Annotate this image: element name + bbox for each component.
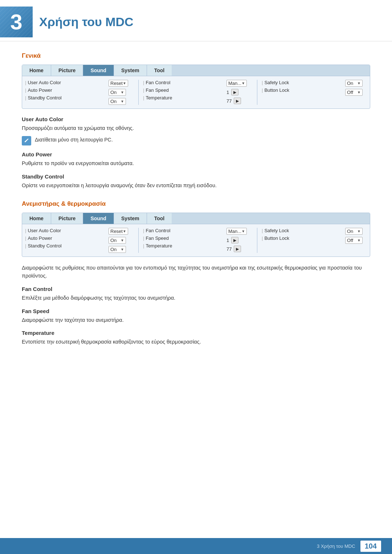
col-fan-controls-2: Man... ▼ 1 ▶ 77 ▶: [226, 228, 253, 253]
body-fan-speed: Διαμορφώστε την ταχύτητα του ανεμιστήρα.: [22, 316, 370, 324]
body-fan-control: Επιλέξτε μια μέθοδο διαμόρφωσης της ταχύ…: [22, 294, 370, 302]
button-lock-select-2[interactable]: Off ▼: [345, 237, 363, 244]
table-row: Fan Control: [143, 80, 224, 85]
label-safety-lock: Safety Lock: [262, 80, 289, 85]
note-icon: [22, 136, 31, 145]
safety-lock-select-2[interactable]: On ▼: [345, 228, 363, 235]
fan-control-select[interactable]: Man... ▼: [226, 80, 247, 87]
sub-heading-fan-control: Fan Control: [22, 286, 370, 292]
section-heading-fan-temp: Ανεμιστήρας & θερμοκρασία: [22, 200, 370, 208]
chevron-down-icon: ▼: [121, 99, 124, 103]
chevron-down-icon: ▼: [123, 81, 126, 85]
chevron-down-icon: ▼: [241, 229, 245, 233]
button-lock-select[interactable]: Off ▼: [345, 89, 363, 96]
table-row: Fan Speed: [143, 87, 224, 93]
col-lock-controls-2: On ▼ Off ▼: [345, 228, 367, 253]
col-divider-2: [257, 80, 257, 105]
table-row: User Auto Color: [25, 228, 106, 233]
table-row: Fan Control: [143, 228, 224, 233]
col-left-labels-2: User Auto Color Auto Power Standby Contr…: [25, 228, 106, 253]
table-row: User Auto Color: [25, 80, 106, 85]
col-fan-labels-2: Fan Control Fan Speed Temperature: [143, 228, 224, 253]
temperature-arrow-2[interactable]: ▶: [234, 246, 241, 252]
label-fan-control: Fan Control: [143, 80, 170, 85]
table-row: Button Lock: [262, 87, 342, 93]
auto-power-select-2[interactable]: On ▼: [109, 237, 126, 244]
label-fan-control-2: Fan Control: [143, 228, 170, 233]
table-row: Man... ▼: [226, 80, 253, 87]
standby-select[interactable]: On ▼: [109, 98, 126, 105]
tab-sound-2[interactable]: Sound: [83, 213, 114, 224]
tab-system-1[interactable]: System: [114, 65, 147, 76]
col-lock-controls: On ▼ Off ▼: [345, 80, 367, 105]
footer-chapter-label: 3 Χρήση του MDC: [317, 543, 355, 549]
table-row: Auto Power: [25, 87, 106, 93]
fan-speed-arrow-2[interactable]: ▶: [231, 237, 238, 243]
table-row: Safety Lock: [262, 228, 342, 233]
table-row: Standby Control: [25, 95, 106, 100]
table-body-fan-temp: User Auto Color Auto Power Standby Contr…: [22, 224, 370, 257]
section-heading-general: Γενικά: [22, 52, 370, 59]
tab-tool-1[interactable]: Tool: [147, 65, 172, 76]
label-fan-speed-2: Fan Speed: [143, 235, 169, 241]
chevron-down-icon: ▼: [357, 229, 361, 233]
auto-power-select[interactable]: On ▼: [109, 89, 126, 96]
sub-heading-standby-control: Standby Control: [22, 173, 370, 180]
table-row: Reset ▼: [109, 228, 134, 235]
reset-select[interactable]: Reset ▼: [109, 80, 128, 87]
label-standby-control-2: Standby Control: [25, 243, 62, 249]
label-fan-speed: Fan Speed: [143, 87, 169, 93]
table-row: Off ▼: [345, 89, 367, 96]
chevron-down-icon: ▼: [357, 81, 361, 85]
label-auto-power-2: Auto Power: [25, 235, 52, 241]
tab-picture-1[interactable]: Picture: [51, 65, 83, 76]
fan-speed-arrow[interactable]: ▶: [231, 89, 238, 95]
chapter-number-block: 3: [0, 7, 33, 37]
col-divider-3: [138, 228, 139, 253]
table-tabs-fan-temp: Home Picture Sound System Tool: [22, 213, 370, 224]
tab-system-2[interactable]: System: [114, 213, 147, 224]
table-row: Reset ▼: [109, 80, 134, 87]
table-row: 1 ▶: [226, 89, 253, 95]
table-row: On ▼: [345, 80, 367, 87]
label-safety-lock-2: Safety Lock: [262, 228, 289, 233]
table-tabs-general: Home Picture Sound System Tool: [22, 65, 370, 76]
fan-control-select-2[interactable]: Man... ▼: [226, 228, 247, 235]
page-header: 3 Χρήση του MDC: [0, 0, 392, 41]
body-auto-power: Ρυθμίστε το προϊόν να ενεργοποιείται αυτ…: [22, 160, 370, 168]
col-fan-controls: Man... ▼ 1 ▶ 77 ▶: [226, 80, 253, 105]
note-row-user-auto-color: Διατίθεται μόνο στη λειτουργία PC.: [22, 136, 370, 145]
col-left-controls: Reset ▼ On ▼ On ▼: [109, 80, 134, 105]
chevron-down-icon: ▼: [357, 238, 361, 242]
table-row: Button Lock: [262, 235, 342, 241]
tab-home-2[interactable]: Home: [22, 213, 51, 224]
table-row: Safety Lock: [262, 80, 342, 85]
tab-tool-2[interactable]: Tool: [147, 213, 172, 224]
table-row: Fan Speed: [143, 235, 224, 241]
tab-home-1[interactable]: Home: [22, 65, 51, 76]
temperature-arrow[interactable]: ▶: [234, 98, 241, 104]
chapter-number: 3: [10, 9, 22, 34]
chevron-down-icon: ▼: [121, 247, 124, 251]
standby-select-2[interactable]: On ▼: [109, 246, 126, 253]
table-row: Man... ▼: [226, 228, 253, 235]
col-left-controls-2: Reset ▼ On ▼ On ▼: [109, 228, 134, 253]
label-standby-control: Standby Control: [25, 95, 62, 100]
body-fan-temp-intro: Διαμορφώστε τις ρυθμίσεις που απαιτούντα…: [22, 264, 370, 280]
body-temperature: Εντοπίστε την εσωτερική θερμοκρασία καθο…: [22, 338, 370, 346]
table-row: Off ▼: [345, 237, 367, 244]
label-user-auto-color-2: User Auto Color: [25, 228, 61, 233]
chevron-down-icon: ▼: [123, 229, 126, 233]
tab-picture-2[interactable]: Picture: [51, 213, 83, 224]
table-row: Temperature: [143, 243, 224, 249]
col-fan-labels: Fan Control Fan Speed Temperature: [143, 80, 224, 105]
reset-select-2[interactable]: Reset ▼: [109, 228, 128, 235]
sub-heading-user-auto-color: User Auto Color: [22, 116, 370, 122]
mdc-table-fan-temp: Home Picture Sound System Tool User Auto…: [22, 213, 370, 257]
mdc-table-general: Home Picture Sound System Tool User Auto…: [22, 65, 370, 109]
safety-lock-select[interactable]: On ▼: [345, 80, 363, 87]
tab-sound-1[interactable]: Sound: [83, 65, 114, 76]
page-number: 104: [360, 541, 381, 552]
sub-heading-temperature: Temperature: [22, 330, 370, 336]
col-divider-4: [257, 228, 257, 253]
